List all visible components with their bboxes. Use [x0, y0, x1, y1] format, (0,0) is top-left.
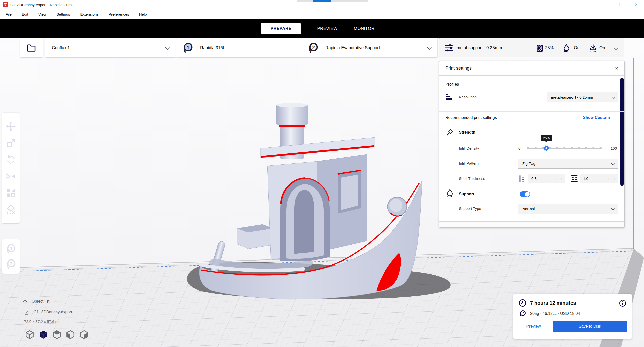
view-left-button[interactable]: [65, 329, 76, 340]
wall-thickness-icon: [519, 175, 525, 182]
open-file-button[interactable]: [20, 38, 43, 57]
stage-bar: PREPARE PREVIEW MONITOR: [0, 19, 644, 38]
clock-icon: [519, 299, 526, 307]
print-settings-summary-button[interactable]: metal-support - 0.25mm 25% On On: [439, 38, 624, 57]
chevron-down-icon: [611, 95, 615, 99]
tab-preview[interactable]: PREVIEW: [317, 26, 337, 31]
edit-pencil-icon: [24, 309, 30, 315]
slider-tick: [556, 147, 558, 149]
infill-pattern-dropdown[interactable]: Zig Zag: [518, 159, 618, 169]
slider-tick: [527, 147, 529, 149]
view-3d-button[interactable]: [24, 329, 35, 340]
slider-min-label: 0: [518, 146, 520, 150]
material-spool-icon: [519, 310, 526, 317]
close-panel-button[interactable]: ✕: [613, 65, 620, 72]
restore-button[interactable]: ❐: [613, 0, 628, 9]
preview-button[interactable]: Preview: [518, 321, 549, 332]
support-type-dropdown[interactable]: Normal: [518, 204, 618, 214]
top-bottom-thickness-icon: [571, 175, 578, 182]
svg-text:1: 1: [10, 246, 12, 251]
output-info-card: 7 hours 12 minutes 205g · 46.12cc · USD …: [513, 294, 632, 339]
panel-scrollbar[interactable]: [620, 78, 624, 186]
printer-selector[interactable]: Conflux 1: [45, 38, 176, 57]
extruder-2-material: Rapidia Evaporative Support: [325, 45, 380, 50]
menu-help[interactable]: Help: [139, 12, 147, 16]
wall-thickness-input[interactable]: 0.8mm: [528, 174, 565, 183]
chevron-down-icon: [611, 207, 615, 210]
svg-text:2: 2: [312, 45, 315, 50]
material-estimate: 205g · 46.12cc · USD 18.04: [530, 311, 580, 316]
info-icon[interactable]: [619, 300, 626, 307]
panel-resize-handle[interactable]: ···: [439, 221, 624, 227]
object-list-header[interactable]: Object list: [24, 299, 90, 304]
menu-extensions[interactable]: Extensions: [80, 12, 99, 16]
svg-text:1: 1: [187, 45, 189, 50]
strength-hammer-icon: [446, 128, 453, 136]
print-settings-title: Print settings: [445, 66, 472, 71]
printer-name: Conflux 1: [52, 45, 70, 50]
resolution-layers-icon: [446, 93, 453, 100]
extruder-1-selector[interactable]: 1 Rapidia 316L: [176, 38, 305, 57]
recording-progress-blue: [313, 0, 331, 2]
save-to-disk-button[interactable]: Save to Disk: [553, 321, 627, 332]
resolution-dropdown[interactable]: metal-support - 0.25mm: [547, 92, 618, 102]
slider-tick: [534, 147, 537, 149]
view-right-button[interactable]: [79, 329, 90, 340]
slider-tick: [571, 147, 573, 149]
resolution-label: Resolution: [459, 95, 477, 99]
menubar: File Edit View Settings Extensions Prefe…: [0, 9, 644, 19]
extruder-2-icon: 2: [307, 42, 319, 54]
close-button[interactable]: ✕: [628, 0, 644, 9]
object-list-title: Object list: [32, 299, 49, 304]
tab-prepare[interactable]: PREPARE: [261, 23, 301, 34]
camera-view-buttons: [24, 329, 90, 340]
support-label: Support: [459, 192, 474, 196]
left-toolbar: [2, 113, 20, 223]
extruder-2-selector[interactable]: 2 Rapidia Evaporative Support: [305, 38, 437, 57]
move-tool-icon[interactable]: [6, 122, 16, 131]
print-settings-header: Print settings ✕: [439, 61, 624, 76]
app-logo-icon: [3, 2, 8, 7]
object-name: C1_3DBenchy-export: [34, 310, 72, 314]
extruders-selector: 1 Rapidia 316L 2 Rapidia Evaporative Sup…: [176, 38, 437, 57]
scale-tool-icon[interactable]: [6, 138, 16, 148]
show-custom-link[interactable]: Show Custom: [583, 115, 610, 120]
object-list-item[interactable]: C1_3DBenchy-export: [24, 309, 90, 315]
per-model-settings-icon[interactable]: [6, 188, 16, 198]
infill-slider-handle[interactable]: [544, 145, 549, 151]
support-section-icon: [446, 189, 454, 197]
slider-tick: [563, 147, 566, 149]
view-top-button[interactable]: [51, 329, 62, 340]
slider-tick: [578, 147, 580, 149]
profiles-section-label: Profiles: [445, 82, 459, 87]
rotate-tool-icon[interactable]: [6, 155, 16, 164]
infill-density-slider[interactable]: 25%: [528, 144, 601, 153]
minimize-button[interactable]: —: [597, 0, 613, 9]
summary-profile: metal-support - 0.25mm: [457, 45, 502, 50]
menu-edit[interactable]: Edit: [22, 12, 28, 16]
extruder-1-material: Rapidia 316L: [200, 45, 225, 50]
menu-file[interactable]: File: [6, 12, 12, 16]
extruder-shortcut-toolbar: 1 2: [2, 239, 20, 274]
top-bottom-thickness-input[interactable]: 1.0mm: [580, 174, 618, 183]
menu-preferences[interactable]: Preferences: [109, 12, 129, 16]
summary-infill-value: 25%: [545, 45, 554, 50]
slider-tick: [592, 147, 595, 149]
infill-density-label: Infill Density: [459, 146, 479, 150]
support-toggle[interactable]: [520, 191, 530, 197]
slider-value-tooltip: 25%: [541, 135, 552, 141]
tab-monitor[interactable]: MONITOR: [354, 26, 375, 31]
menu-view[interactable]: View: [38, 12, 46, 16]
menu-settings[interactable]: Settings: [56, 12, 70, 16]
mirror-tool-icon[interactable]: [6, 171, 16, 181]
slider-tick: [585, 147, 587, 149]
view-front-button[interactable]: [38, 329, 49, 340]
chevron-down-icon: [165, 45, 169, 50]
extruder-2-shortcut[interactable]: 2: [5, 258, 16, 270]
recommended-settings-label: Recommended print settings: [445, 115, 497, 120]
support-icon: [563, 44, 570, 52]
summary-support-value: On: [574, 45, 580, 50]
extruder-1-shortcut[interactable]: 1: [5, 243, 16, 254]
support-blocker-icon[interactable]: [6, 205, 16, 214]
folder-icon: [27, 44, 36, 52]
